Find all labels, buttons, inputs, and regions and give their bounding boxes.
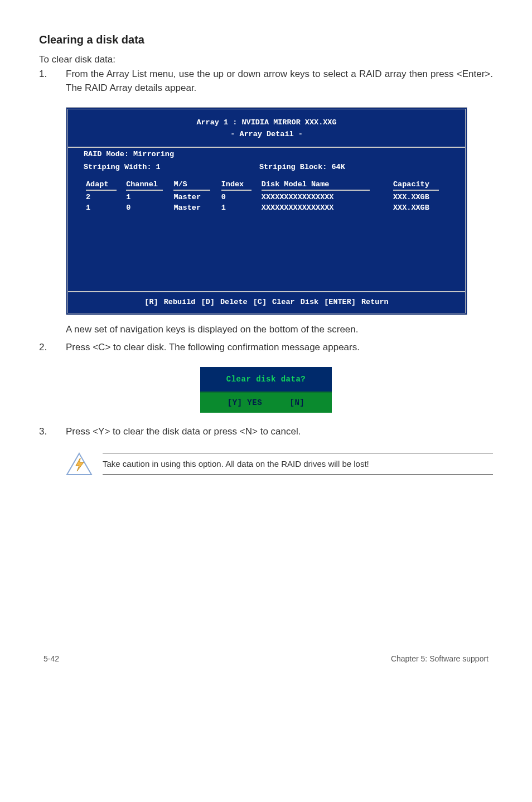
bios-striping-block: Striping Block: 64K — [259, 163, 449, 171]
cell-capacity: XXX.XXGB — [391, 192, 449, 202]
step-1: 1. From the Array List menu, use the up … — [39, 67, 493, 95]
col-capacity: Capacity — [391, 179, 449, 192]
intro-text: To clear disk data: — [39, 54, 493, 65]
section-heading: Clearing a disk data — [39, 33, 493, 46]
step-1b: A new set of navigation keys is displaye… — [39, 323, 493, 337]
bios-panel: Array 1 : NVIDIA MIRROR XXX.XXG - Array … — [66, 107, 467, 315]
col-channel: Channel — [124, 179, 171, 192]
step-2: 2. Press <C> to clear disk. The followin… — [39, 341, 493, 355]
bios-title: Array 1 : NVIDIA MIRROR XXX.XXG - Array … — [68, 109, 465, 147]
step-3: 3. Press <Y> to clear the disk data or p… — [39, 425, 493, 439]
cell-adapt: 1 — [84, 202, 124, 213]
cell-channel: 0 — [124, 202, 171, 213]
step-number-blank — [39, 323, 66, 337]
cell-channel: 1 — [124, 192, 171, 202]
confirm-dialog: Clear disk data? [Y] YES [N] — [200, 367, 332, 413]
step-number: 3. — [39, 425, 66, 439]
cell-capacity: XXX.XXGB — [391, 202, 449, 213]
cell-index: 1 — [219, 202, 259, 213]
confirm-yes: [Y] YES — [228, 398, 262, 407]
cell-ms: Master — [171, 192, 219, 202]
chapter-label: Chapter 5: Software support — [391, 654, 489, 663]
bios-disk-table: Adapt Channel M/S Index Disk Model Name … — [84, 179, 449, 213]
step-text: Press <C> to clear disk. The following c… — [66, 341, 493, 355]
bios-footer-keys: [R] Rebuild [D] Delete [C] Clear Disk [E… — [68, 291, 465, 313]
step-number: 2. — [39, 341, 66, 355]
table-row: 1 0 Master 1 XXXXXXXXXXXXXXXX XXX.XXGB — [84, 202, 449, 213]
cell-model: XXXXXXXXXXXXXXXX — [259, 202, 391, 213]
bios-title-line1: Array 1 : NVIDIA MIRROR XXX.XXG — [68, 117, 465, 128]
col-index: Index — [219, 179, 259, 192]
warning-text: Take caution in using this option. All d… — [103, 453, 493, 475]
confirm-no: [N] — [290, 398, 305, 407]
col-ms: M/S — [171, 179, 219, 192]
page-footer: 5-42 Chapter 5: Software support — [39, 654, 493, 663]
step-text: A new set of navigation keys is displaye… — [66, 323, 493, 337]
col-adapt: Adapt — [84, 179, 124, 192]
confirm-question: Clear disk data? — [200, 367, 332, 393]
cell-adapt: 2 — [84, 192, 124, 202]
step-number: 1. — [39, 67, 66, 95]
table-row: 2 1 Master 0 XXXXXXXXXXXXXXXX XXX.XXGB — [84, 192, 449, 202]
cell-index: 0 — [219, 192, 259, 202]
page-number: 5-42 — [43, 654, 59, 663]
step-text: From the Array List menu, use the up or … — [66, 67, 493, 95]
lightning-icon — [66, 452, 93, 476]
col-model: Disk Model Name — [259, 179, 391, 192]
step-text: Press <Y> to clear the disk data or pres… — [66, 425, 493, 439]
cell-ms: Master — [171, 202, 219, 213]
bios-title-line2: - Array Detail - — [68, 129, 465, 140]
cell-model: XXXXXXXXXXXXXXXX — [259, 192, 391, 202]
bios-mode-line: RAID Mode: Mirroring — [84, 150, 449, 158]
bios-striping-width: Striping Width: 1 — [84, 163, 259, 171]
warning-note: Take caution in using this option. All d… — [66, 452, 493, 476]
